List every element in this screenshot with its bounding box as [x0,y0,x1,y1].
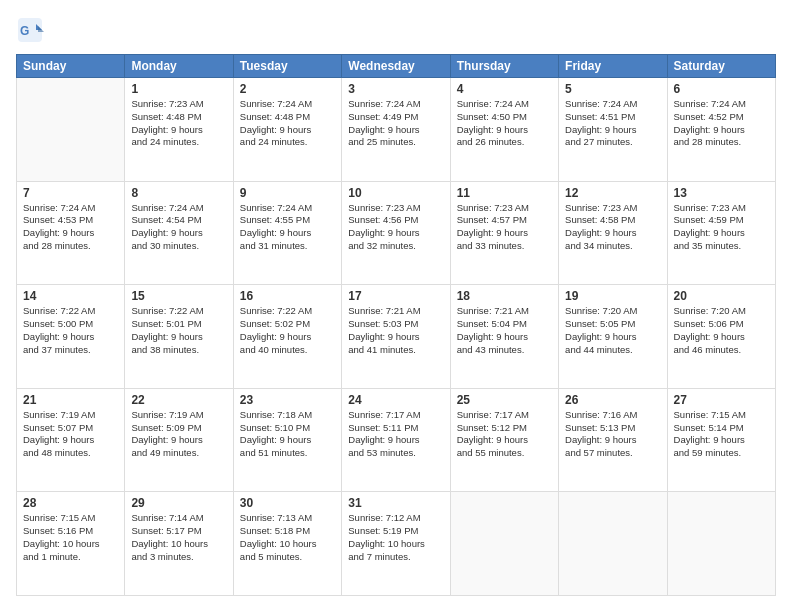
logo: G [16,16,48,44]
day-info: Sunrise: 7:23 AMSunset: 4:58 PMDaylight:… [565,202,660,253]
calendar-cell: 28Sunrise: 7:15 AMSunset: 5:16 PMDayligh… [17,492,125,596]
day-info: Sunrise: 7:24 AMSunset: 4:51 PMDaylight:… [565,98,660,149]
day-number: 27 [674,393,769,407]
calendar-cell: 21Sunrise: 7:19 AMSunset: 5:07 PMDayligh… [17,388,125,492]
calendar-cell: 16Sunrise: 7:22 AMSunset: 5:02 PMDayligh… [233,285,341,389]
calendar-cell: 31Sunrise: 7:12 AMSunset: 5:19 PMDayligh… [342,492,450,596]
day-info: Sunrise: 7:21 AMSunset: 5:04 PMDaylight:… [457,305,552,356]
calendar-cell: 3Sunrise: 7:24 AMSunset: 4:49 PMDaylight… [342,78,450,182]
logo-icon: G [16,16,44,44]
day-number: 8 [131,186,226,200]
calendar-cell: 20Sunrise: 7:20 AMSunset: 5:06 PMDayligh… [667,285,775,389]
day-info: Sunrise: 7:24 AMSunset: 4:50 PMDaylight:… [457,98,552,149]
calendar-cell [559,492,667,596]
day-number: 17 [348,289,443,303]
col-header-monday: Monday [125,55,233,78]
calendar-cell: 26Sunrise: 7:16 AMSunset: 5:13 PMDayligh… [559,388,667,492]
day-info: Sunrise: 7:24 AMSunset: 4:48 PMDaylight:… [240,98,335,149]
day-info: Sunrise: 7:12 AMSunset: 5:19 PMDaylight:… [348,512,443,563]
calendar-cell: 27Sunrise: 7:15 AMSunset: 5:14 PMDayligh… [667,388,775,492]
day-number: 22 [131,393,226,407]
day-info: Sunrise: 7:24 AMSunset: 4:55 PMDaylight:… [240,202,335,253]
day-number: 10 [348,186,443,200]
col-header-tuesday: Tuesday [233,55,341,78]
calendar-cell [450,492,558,596]
day-number: 20 [674,289,769,303]
day-info: Sunrise: 7:20 AMSunset: 5:05 PMDaylight:… [565,305,660,356]
col-header-wednesday: Wednesday [342,55,450,78]
day-info: Sunrise: 7:19 AMSunset: 5:07 PMDaylight:… [23,409,118,460]
day-number: 15 [131,289,226,303]
col-header-sunday: Sunday [17,55,125,78]
day-info: Sunrise: 7:18 AMSunset: 5:10 PMDaylight:… [240,409,335,460]
day-info: Sunrise: 7:14 AMSunset: 5:17 PMDaylight:… [131,512,226,563]
day-info: Sunrise: 7:23 AMSunset: 4:57 PMDaylight:… [457,202,552,253]
day-number: 14 [23,289,118,303]
calendar-cell [17,78,125,182]
day-number: 23 [240,393,335,407]
calendar-cell: 6Sunrise: 7:24 AMSunset: 4:52 PMDaylight… [667,78,775,182]
day-info: Sunrise: 7:17 AMSunset: 5:12 PMDaylight:… [457,409,552,460]
day-number: 7 [23,186,118,200]
day-number: 2 [240,82,335,96]
day-info: Sunrise: 7:13 AMSunset: 5:18 PMDaylight:… [240,512,335,563]
day-info: Sunrise: 7:16 AMSunset: 5:13 PMDaylight:… [565,409,660,460]
day-info: Sunrise: 7:19 AMSunset: 5:09 PMDaylight:… [131,409,226,460]
calendar-cell: 10Sunrise: 7:23 AMSunset: 4:56 PMDayligh… [342,181,450,285]
day-info: Sunrise: 7:20 AMSunset: 5:06 PMDaylight:… [674,305,769,356]
calendar-cell: 7Sunrise: 7:24 AMSunset: 4:53 PMDaylight… [17,181,125,285]
day-number: 29 [131,496,226,510]
calendar-cell: 17Sunrise: 7:21 AMSunset: 5:03 PMDayligh… [342,285,450,389]
day-info: Sunrise: 7:23 AMSunset: 4:59 PMDaylight:… [674,202,769,253]
day-number: 4 [457,82,552,96]
day-info: Sunrise: 7:24 AMSunset: 4:53 PMDaylight:… [23,202,118,253]
calendar-cell: 29Sunrise: 7:14 AMSunset: 5:17 PMDayligh… [125,492,233,596]
day-number: 24 [348,393,443,407]
day-number: 6 [674,82,769,96]
day-info: Sunrise: 7:22 AMSunset: 5:00 PMDaylight:… [23,305,118,356]
day-info: Sunrise: 7:24 AMSunset: 4:54 PMDaylight:… [131,202,226,253]
day-number: 18 [457,289,552,303]
day-number: 19 [565,289,660,303]
calendar-cell: 23Sunrise: 7:18 AMSunset: 5:10 PMDayligh… [233,388,341,492]
day-info: Sunrise: 7:17 AMSunset: 5:11 PMDaylight:… [348,409,443,460]
day-number: 25 [457,393,552,407]
day-info: Sunrise: 7:22 AMSunset: 5:01 PMDaylight:… [131,305,226,356]
calendar-cell: 30Sunrise: 7:13 AMSunset: 5:18 PMDayligh… [233,492,341,596]
calendar-cell: 2Sunrise: 7:24 AMSunset: 4:48 PMDaylight… [233,78,341,182]
day-info: Sunrise: 7:23 AMSunset: 4:48 PMDaylight:… [131,98,226,149]
calendar-cell: 4Sunrise: 7:24 AMSunset: 4:50 PMDaylight… [450,78,558,182]
calendar-cell: 15Sunrise: 7:22 AMSunset: 5:01 PMDayligh… [125,285,233,389]
day-number: 16 [240,289,335,303]
day-info: Sunrise: 7:15 AMSunset: 5:14 PMDaylight:… [674,409,769,460]
day-number: 30 [240,496,335,510]
calendar-cell: 11Sunrise: 7:23 AMSunset: 4:57 PMDayligh… [450,181,558,285]
svg-text:G: G [20,24,29,38]
calendar-cell: 1Sunrise: 7:23 AMSunset: 4:48 PMDaylight… [125,78,233,182]
calendar-cell: 9Sunrise: 7:24 AMSunset: 4:55 PMDaylight… [233,181,341,285]
day-info: Sunrise: 7:24 AMSunset: 4:49 PMDaylight:… [348,98,443,149]
day-info: Sunrise: 7:15 AMSunset: 5:16 PMDaylight:… [23,512,118,563]
col-header-friday: Friday [559,55,667,78]
calendar-cell: 19Sunrise: 7:20 AMSunset: 5:05 PMDayligh… [559,285,667,389]
day-number: 5 [565,82,660,96]
header: G [16,16,776,44]
calendar-cell: 18Sunrise: 7:21 AMSunset: 5:04 PMDayligh… [450,285,558,389]
day-number: 3 [348,82,443,96]
day-number: 31 [348,496,443,510]
col-header-thursday: Thursday [450,55,558,78]
day-number: 21 [23,393,118,407]
calendar-table: SundayMondayTuesdayWednesdayThursdayFrid… [16,54,776,596]
day-number: 11 [457,186,552,200]
day-info: Sunrise: 7:21 AMSunset: 5:03 PMDaylight:… [348,305,443,356]
calendar-cell [667,492,775,596]
page: G SundayMondayTuesdayWednesdayThursdayFr… [0,0,792,612]
calendar-cell: 25Sunrise: 7:17 AMSunset: 5:12 PMDayligh… [450,388,558,492]
day-info: Sunrise: 7:24 AMSunset: 4:52 PMDaylight:… [674,98,769,149]
day-info: Sunrise: 7:23 AMSunset: 4:56 PMDaylight:… [348,202,443,253]
calendar-cell: 5Sunrise: 7:24 AMSunset: 4:51 PMDaylight… [559,78,667,182]
calendar-cell: 8Sunrise: 7:24 AMSunset: 4:54 PMDaylight… [125,181,233,285]
day-info: Sunrise: 7:22 AMSunset: 5:02 PMDaylight:… [240,305,335,356]
calendar-cell: 13Sunrise: 7:23 AMSunset: 4:59 PMDayligh… [667,181,775,285]
calendar-cell: 22Sunrise: 7:19 AMSunset: 5:09 PMDayligh… [125,388,233,492]
